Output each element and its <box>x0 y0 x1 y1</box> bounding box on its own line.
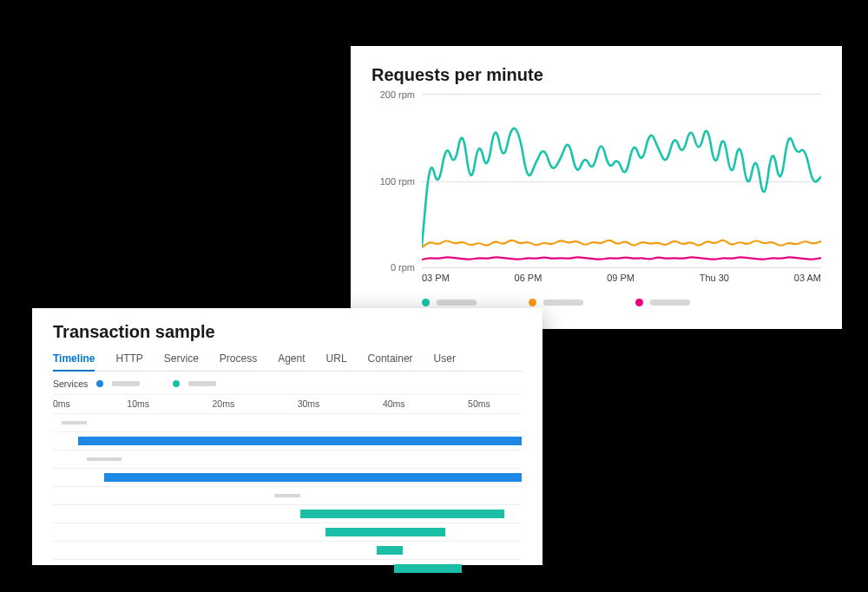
tx-span-row <box>53 469 522 487</box>
tx-panel-title: Transaction sample <box>53 322 522 342</box>
tab-url[interactable]: URL <box>326 349 347 371</box>
rpm-legend-item-pink[interactable] <box>635 299 690 306</box>
tx-time-tick: 40ms <box>383 398 405 409</box>
rpm-legend-item-teal[interactable] <box>422 299 477 306</box>
tx-span-row <box>53 505 522 523</box>
circle-icon <box>173 380 180 387</box>
span-bar[interactable] <box>87 457 121 461</box>
tx-span-row <box>53 542 522 560</box>
rpm-legend-item-orange[interactable] <box>529 299 583 306</box>
tx-span-rows <box>53 414 522 578</box>
legend-placeholder-bar <box>437 299 477 306</box>
span-bar[interactable] <box>377 546 402 555</box>
span-bar[interactable] <box>394 564 463 573</box>
span-bar[interactable] <box>274 494 299 497</box>
line-series <box>422 240 821 247</box>
rpm-x-tick: 03 PM <box>422 273 450 283</box>
rpm-legend <box>422 299 821 306</box>
tab-agent[interactable]: Agent <box>278 349 305 371</box>
legend-placeholder-bar <box>543 299 583 306</box>
tx-time-tick: 0ms <box>53 398 70 409</box>
tab-service[interactable]: Service <box>164 349 199 371</box>
rpm-y-tick: 100 rpm <box>372 176 415 187</box>
rpm-x-tick: 03 AM <box>794 273 821 283</box>
tab-http[interactable]: HTTP <box>115 349 142 371</box>
tab-process[interactable]: Process <box>220 349 257 371</box>
tx-span-row <box>53 414 522 432</box>
tx-span-row <box>53 487 522 505</box>
transaction-sample-panel: Transaction sample Timeline HTTP Service… <box>32 308 542 565</box>
requests-per-minute-panel: Requests per minute 200 rpm 100 rpm 0 rp… <box>351 46 842 329</box>
span-bar[interactable] <box>104 473 522 482</box>
tx-services-legend: Services <box>53 372 522 395</box>
span-bar[interactable] <box>78 437 522 445</box>
line-series <box>422 257 821 260</box>
tx-time-axis: 0ms10ms20ms30ms40ms50ms <box>53 395 522 414</box>
span-bar[interactable] <box>300 510 505 518</box>
tx-tabs: Timeline HTTP Service Process Agent URL … <box>53 349 522 372</box>
legend-placeholder-bar <box>650 299 690 306</box>
line-series <box>422 128 821 246</box>
legend-placeholder-bar <box>112 381 140 386</box>
tx-time-tick: 30ms <box>298 398 320 409</box>
circle-icon <box>96 380 103 387</box>
circle-icon <box>529 299 536 306</box>
tx-time-tick: 10ms <box>127 398 149 409</box>
rpm-panel-title: Requests per minute <box>372 65 821 85</box>
tx-span-row <box>53 560 522 578</box>
tx-span-row <box>53 451 522 469</box>
rpm-x-axis: 03 PM 06 PM 09 PM Thu 30 03 AM <box>422 267 821 283</box>
tab-container[interactable]: Container <box>368 349 413 371</box>
tx-time-tick: 50ms <box>468 398 490 409</box>
rpm-y-tick: 200 rpm <box>372 89 415 100</box>
legend-placeholder-bar <box>188 381 216 386</box>
rpm-x-tick: Thu 30 <box>700 273 729 283</box>
span-bar[interactable] <box>326 528 444 536</box>
tab-timeline[interactable]: Timeline <box>53 349 95 372</box>
span-bar[interactable] <box>62 421 87 424</box>
tab-user[interactable]: User <box>434 349 456 371</box>
tx-span-row <box>53 432 522 451</box>
services-label: Services <box>53 378 88 389</box>
circle-icon <box>422 299 430 306</box>
rpm-x-tick: 06 PM <box>515 273 542 283</box>
rpm-x-tick: 09 PM <box>607 273 635 283</box>
rpm-y-tick: 0 rpm <box>372 262 415 273</box>
rpm-chart: 200 rpm 100 rpm 0 rpm <box>422 94 821 267</box>
circle-icon <box>635 299 643 306</box>
tx-span-row <box>53 523 522 542</box>
rpm-line-chart <box>422 95 821 267</box>
tx-time-tick: 20ms <box>213 398 235 409</box>
